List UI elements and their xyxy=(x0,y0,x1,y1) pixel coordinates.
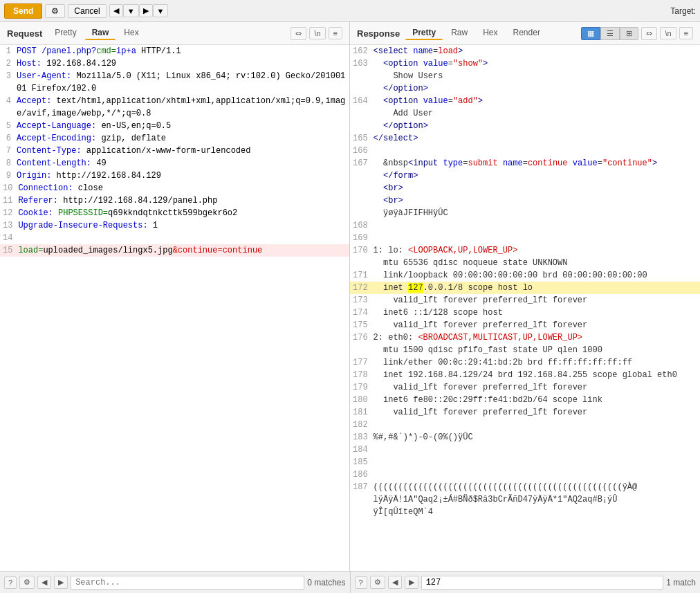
request-panel-title: Request xyxy=(7,28,42,39)
response-panel-header: Response Pretty Raw Hex Render ▦ ☰ ⊞ ⇔ \… xyxy=(350,22,700,45)
response-line-183: 183 %#,#&`)*)-0-(0%()ÿÛC xyxy=(350,431,700,444)
response-line-177: 177 link/ether 00:0c:29:41:bd:2b brd ff:… xyxy=(350,356,700,369)
response-line-167: 167 &nbsp<input type=submit name=continu… xyxy=(350,157,700,219)
request-line-14: 14 xyxy=(0,232,349,244)
request-ln-button[interactable]: \n xyxy=(309,27,325,39)
response-line-169: 169 xyxy=(350,232,700,244)
request-tab-bar: Pretty Raw Hex xyxy=(48,26,145,40)
response-line-168: 168 xyxy=(350,219,700,232)
top-toolbar: Send ⚙ Cancel ◀ ▼ ▶ ▼ Target: xyxy=(0,0,700,22)
tab-request-raw[interactable]: Raw xyxy=(85,26,116,40)
nav-controls: ◀ ▼ ▶ ▼ xyxy=(109,4,169,17)
request-line-10: 10 Connection: close xyxy=(0,182,349,194)
main-area: Request Pretty Raw Hex ⇔ \n ≡ 1 POST /pa… xyxy=(0,22,700,571)
response-word-wrap-button[interactable]: ⇔ xyxy=(641,27,657,40)
request-word-wrap-button[interactable]: ⇔ xyxy=(291,27,306,40)
response-line-163: 163 <option value="show"> Show Users </o… xyxy=(350,57,700,95)
response-line-164: 164 <option value="add"> Add User </opti… xyxy=(350,95,700,132)
request-line-11: 11 Referer: http://192.168.84.129/panel.… xyxy=(0,194,349,207)
bottom-toolbar: ? ⚙ ◀ ▶ 0 matches ? ⚙ ◀ ▶ 1 match xyxy=(0,571,700,593)
tab-response-pretty[interactable]: Pretty xyxy=(405,26,443,40)
response-line-179: 179 valid_lft forever preferred_lft fore… xyxy=(350,381,700,394)
settings-button[interactable]: ⚙ xyxy=(45,4,65,18)
cancel-button[interactable]: Cancel xyxy=(68,4,106,18)
request-line-9: 9 Origin: http://192.168.84.129 xyxy=(0,170,349,182)
response-tab-bar: Pretty Raw Hex Render xyxy=(405,26,547,40)
request-menu-button[interactable]: ≡ xyxy=(329,27,342,39)
response-line-181: 181 valid_lft forever preferred_lft fore… xyxy=(350,406,700,419)
response-search-input[interactable] xyxy=(421,576,664,590)
response-panel-title: Response xyxy=(357,28,400,39)
nav-back-button[interactable]: ◀ xyxy=(109,4,123,17)
request-line-7: 7 Content-Type: application/x-www-form-u… xyxy=(0,145,349,157)
response-line-180: 180 inet6 fe80::20c:29ff:fe41:bd2b/64 sc… xyxy=(350,394,700,406)
view-grid-button[interactable]: ⊞ xyxy=(620,27,638,40)
tab-request-pretty[interactable]: Pretty xyxy=(48,26,83,40)
nav-dropdown-button[interactable]: ▼ xyxy=(123,4,139,17)
response-menu-button[interactable]: ≡ xyxy=(679,27,693,39)
response-line-170: 170 1: lo: <LOOPBACK,UP,LOWER_UP> mtu 65… xyxy=(350,244,700,269)
response-line-176: 176 2: eth0: <BROADCAST,MULTICAST,UP,LOW… xyxy=(350,331,700,356)
bottom-left-prev-button[interactable]: ◀ xyxy=(37,576,51,589)
response-line-174: 174 inet6 ::1/128 scope host xyxy=(350,307,700,319)
request-panel-header: Request Pretty Raw Hex ⇔ \n ≡ xyxy=(0,22,349,45)
bottom-left-help-button[interactable]: ? xyxy=(4,576,17,589)
bottom-right-prev-button[interactable]: ◀ xyxy=(388,576,402,589)
request-line-2: 2 Host: 192.168.84.129 xyxy=(0,57,349,70)
bottom-right-settings-button[interactable]: ⚙ xyxy=(370,576,385,589)
response-line-186: 186 xyxy=(350,468,700,481)
response-line-171: 171 link/loopback 00:00:00:00:00:00 brd … xyxy=(350,269,700,282)
tab-request-hex[interactable]: Hex xyxy=(117,26,145,40)
bottom-right-next-button[interactable]: ▶ xyxy=(405,576,418,589)
response-line-184: 184 xyxy=(350,444,700,456)
response-line-178: 178 inet 192.168.84.129/24 brd 192.168.8… xyxy=(350,369,700,381)
request-line-6: 6 Accept-Encoding: gzip, deflate xyxy=(0,132,349,145)
request-code-lines: 1 POST /panel.php?cmd=ip+a HTTP/1.1 2 Ho… xyxy=(0,45,349,257)
response-line-185: 185 xyxy=(350,456,700,468)
bottom-right-help-button[interactable]: ? xyxy=(355,576,367,589)
response-line-175: 175 valid_lft forever preferred_lft fore… xyxy=(350,319,700,331)
view-split-button[interactable]: ▦ xyxy=(581,27,600,40)
response-line-173: 173 valid_lft forever preferred_lft fore… xyxy=(350,294,700,307)
send-button[interactable]: Send xyxy=(4,3,42,19)
response-line-166: 166 xyxy=(350,145,700,157)
response-ln-button[interactable]: \n xyxy=(660,27,676,39)
view-list-button[interactable]: ☰ xyxy=(600,27,620,40)
request-line-15: 15 load=uploaded_images/lingx5.jpg&conti… xyxy=(0,244,349,257)
request-line-4: 4 Accept: text/html,application/xhtml+xm… xyxy=(0,95,349,120)
response-line-162: 162 <select name=load> xyxy=(350,45,700,57)
tab-response-render[interactable]: Render xyxy=(506,26,547,40)
request-tab-icons: ⇔ \n ≡ xyxy=(291,27,342,40)
request-panel: Request Pretty Raw Hex ⇔ \n ≡ 1 POST /pa… xyxy=(0,22,350,571)
response-line-182: 182 xyxy=(350,419,700,431)
request-matches-label: 0 matches xyxy=(307,578,345,587)
request-line-5: 5 Accept-Language: en-US,en;q=0.5 xyxy=(0,120,349,132)
response-code-lines: 162 <select name=load> 163 <option value… xyxy=(350,45,700,518)
response-panel: Response Pretty Raw Hex Render ▦ ☰ ⊞ ⇔ \… xyxy=(350,22,700,571)
response-view-toggle: ▦ ☰ ⊞ xyxy=(581,27,638,40)
request-content[interactable]: 1 POST /panel.php?cmd=ip+a HTTP/1.1 2 Ho… xyxy=(0,45,349,571)
response-tab-icons: ▦ ☰ ⊞ ⇔ \n ≡ xyxy=(581,27,693,40)
bottom-left-next-button[interactable]: ▶ xyxy=(54,576,68,589)
request-line-8: 8 Content-Length: 49 xyxy=(0,157,349,170)
bottom-left: ? ⚙ ◀ ▶ 0 matches xyxy=(0,572,350,593)
nav-forward-button[interactable]: ▶ xyxy=(139,4,153,17)
bottom-left-settings-button[interactable]: ⚙ xyxy=(19,576,35,589)
request-line-3: 3 User-Agent: Mozilla/5.0 (X11; Linux x8… xyxy=(0,70,349,95)
response-line-172: 172 inet 127.0.0.1/8 scope host lo xyxy=(350,282,700,294)
response-content[interactable]: 162 <select name=load> 163 <option value… xyxy=(350,45,700,571)
response-line-187: 187 ((((((((((((((((((((((((((((((((((((… xyxy=(350,481,700,518)
response-line-165: 165 </select> xyxy=(350,132,700,145)
tab-response-hex[interactable]: Hex xyxy=(476,26,504,40)
target-label: Target: xyxy=(670,6,696,16)
response-matches-label: 1 match xyxy=(666,578,696,587)
request-line-1: 1 POST /panel.php?cmd=ip+a HTTP/1.1 xyxy=(0,45,349,57)
bottom-right: ? ⚙ ◀ ▶ 1 match xyxy=(350,572,701,593)
request-search-input[interactable] xyxy=(71,576,304,590)
tab-response-raw[interactable]: Raw xyxy=(444,26,475,40)
request-line-12: 12 Cookie: PHPSESSID=q69kkndqtnkcttk599b… xyxy=(0,207,349,219)
nav-forward-dropdown-button[interactable]: ▼ xyxy=(153,4,169,17)
request-line-13: 13 Upgrade-Insecure-Requests: 1 xyxy=(0,219,349,232)
